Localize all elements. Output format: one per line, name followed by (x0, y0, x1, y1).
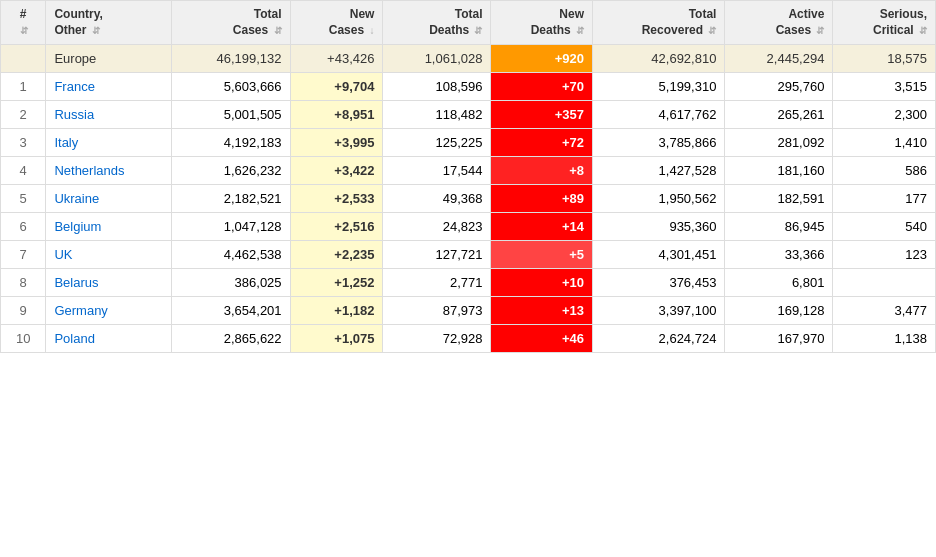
row-total-deaths: 125,225 (383, 129, 491, 157)
sort-icon-country: ⇵ (92, 25, 100, 36)
row-new-deaths: +10 (491, 269, 593, 297)
row-new-deaths: +8 (491, 157, 593, 185)
region-total-cases: 46,199,132 (172, 45, 290, 73)
th-active-cases[interactable]: Active Cases ⇵ (725, 1, 833, 45)
country-link[interactable]: Russia (54, 107, 94, 122)
row-active-cases: 265,261 (725, 101, 833, 129)
country-link[interactable]: Poland (54, 331, 94, 346)
row-active-cases: 281,092 (725, 129, 833, 157)
row-total-deaths: 127,721 (383, 241, 491, 269)
region-total-recovered: 42,692,810 (593, 45, 725, 73)
table-row: 5 Ukraine 2,182,521 +2,533 49,368 +89 1,… (1, 185, 936, 213)
country-link[interactable]: France (54, 79, 94, 94)
row-country[interactable]: Germany (46, 297, 172, 325)
th-total-deaths-label: Total (455, 7, 483, 21)
region-new-deaths: +920 (491, 45, 593, 73)
row-new-cases: +1,252 (290, 269, 383, 297)
th-total-recovered[interactable]: Total Recovered ⇵ (593, 1, 725, 45)
row-serious: 3,477 (833, 297, 936, 325)
row-country[interactable]: Ukraine (46, 185, 172, 213)
row-total-cases: 4,192,183 (172, 129, 290, 157)
th-total-deaths[interactable]: Total Deaths ⇵ (383, 1, 491, 45)
row-total-cases: 5,001,505 (172, 101, 290, 129)
table-row: 3 Italy 4,192,183 +3,995 125,225 +72 3,7… (1, 129, 936, 157)
country-link[interactable]: UK (54, 247, 72, 262)
row-active-cases: 169,128 (725, 297, 833, 325)
row-total-recovered: 3,397,100 (593, 297, 725, 325)
row-new-cases: +1,075 (290, 325, 383, 353)
row-new-deaths: +5 (491, 241, 593, 269)
row-rank: 1 (1, 73, 46, 101)
th-total-recovered-sub: Recovered (642, 23, 703, 37)
th-serious[interactable]: Serious, Critical ⇵ (833, 1, 936, 45)
row-country[interactable]: UK (46, 241, 172, 269)
row-total-cases: 1,626,232 (172, 157, 290, 185)
row-serious: 177 (833, 185, 936, 213)
row-new-cases: +8,951 (290, 101, 383, 129)
sort-icon-total-deaths: ⇵ (474, 25, 482, 36)
row-country[interactable]: Russia (46, 101, 172, 129)
country-link[interactable]: Belgium (54, 219, 101, 234)
row-active-cases: 182,591 (725, 185, 833, 213)
row-active-cases: 6,801 (725, 269, 833, 297)
row-total-recovered: 1,427,528 (593, 157, 725, 185)
row-new-deaths: +72 (491, 129, 593, 157)
table-row: 1 France 5,603,666 +9,704 108,596 +70 5,… (1, 73, 936, 101)
row-total-cases: 3,654,201 (172, 297, 290, 325)
row-country[interactable]: Belarus (46, 269, 172, 297)
row-total-recovered: 5,199,310 (593, 73, 725, 101)
th-rank[interactable]: # ⇵ (1, 1, 46, 45)
region-active-cases: 2,445,294 (725, 45, 833, 73)
table-header: # ⇵ Country, Other ⇵ Total Cases ⇵ New C… (1, 1, 936, 45)
row-new-deaths: +46 (491, 325, 593, 353)
row-total-recovered: 3,785,866 (593, 129, 725, 157)
row-rank: 3 (1, 129, 46, 157)
th-new-cases[interactable]: New Cases ↓ (290, 1, 383, 45)
country-link[interactable]: Ukraine (54, 191, 99, 206)
row-country[interactable]: France (46, 73, 172, 101)
row-rank: 6 (1, 213, 46, 241)
row-serious: 123 (833, 241, 936, 269)
row-active-cases: 295,760 (725, 73, 833, 101)
row-serious (833, 269, 936, 297)
row-rank: 9 (1, 297, 46, 325)
th-new-deaths[interactable]: New Deaths ⇵ (491, 1, 593, 45)
row-rank: 5 (1, 185, 46, 213)
th-new-cases-sub: Cases (329, 23, 364, 37)
row-new-deaths: +89 (491, 185, 593, 213)
row-total-deaths: 118,482 (383, 101, 491, 129)
row-new-deaths: +70 (491, 73, 593, 101)
th-new-cases-label: New (350, 7, 375, 21)
table-row: 9 Germany 3,654,201 +1,182 87,973 +13 3,… (1, 297, 936, 325)
row-country[interactable]: Italy (46, 129, 172, 157)
th-country-sub: Other (54, 23, 86, 37)
table-row: 4 Netherlands 1,626,232 +3,422 17,544 +8… (1, 157, 936, 185)
row-total-recovered: 2,624,724 (593, 325, 725, 353)
country-link[interactable]: Belarus (54, 275, 98, 290)
th-total-cases[interactable]: Total Cases ⇵ (172, 1, 290, 45)
row-serious: 2,300 (833, 101, 936, 129)
row-rank: 7 (1, 241, 46, 269)
row-country[interactable]: Poland (46, 325, 172, 353)
th-rank-label: # (20, 7, 27, 21)
region-name: Europe (46, 45, 172, 73)
country-link[interactable]: Netherlands (54, 163, 124, 178)
country-link[interactable]: Germany (54, 303, 107, 318)
row-country[interactable]: Netherlands (46, 157, 172, 185)
country-link[interactable]: Italy (54, 135, 78, 150)
row-total-recovered: 935,360 (593, 213, 725, 241)
row-rank: 8 (1, 269, 46, 297)
th-active-cases-sub: Cases (776, 23, 811, 37)
th-total-deaths-sub: Deaths (429, 23, 469, 37)
th-serious-label: Serious, (880, 7, 927, 21)
row-country[interactable]: Belgium (46, 213, 172, 241)
row-serious: 1,410 (833, 129, 936, 157)
sort-icon-active-cases: ⇵ (816, 25, 824, 36)
row-rank: 4 (1, 157, 46, 185)
th-country[interactable]: Country, Other ⇵ (46, 1, 172, 45)
row-new-cases: +2,533 (290, 185, 383, 213)
region-new-cases: +43,426 (290, 45, 383, 73)
th-active-cases-label: Active (788, 7, 824, 21)
row-rank: 10 (1, 325, 46, 353)
th-new-deaths-label: New (559, 7, 584, 21)
